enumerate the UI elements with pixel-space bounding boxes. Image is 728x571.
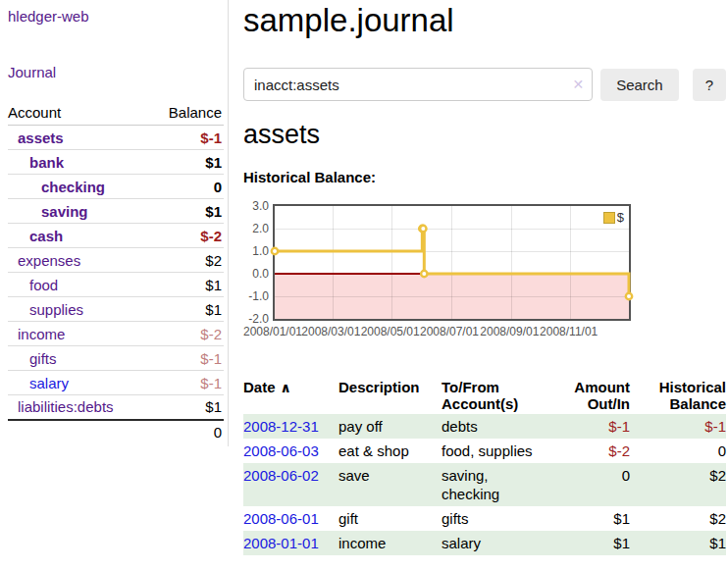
x-tick-label: 2008/03/01 — [301, 325, 360, 338]
chart-x-axis: 2008/01/012008/03/012008/05/012008/07/01… — [273, 325, 631, 342]
y-tick-label: -1.0 — [248, 289, 269, 303]
search-button[interactable]: Search — [600, 69, 679, 101]
transaction-accounts: salary — [442, 531, 551, 555]
main-content: sample.journal ✕ Search ? assets Histori… — [243, 0, 726, 555]
accounts-total-value: 0 — [149, 420, 224, 444]
transaction-description: eat & shop — [338, 439, 442, 463]
y-tick-label: 3.0 — [252, 199, 269, 213]
account-row: cash $-2 — [8, 224, 224, 248]
chart-canvas — [275, 206, 629, 319]
account-row: assets $-1 — [8, 126, 224, 150]
transaction-amount: 0 — [551, 463, 630, 506]
balance-chart: 3.02.01.00.0-1.0-2.0 $ 2008/01/012008/03… — [243, 199, 726, 358]
legend-swatch-icon — [603, 212, 615, 224]
help-button[interactable]: ? — [693, 69, 726, 101]
account-link[interactable]: income — [8, 326, 65, 342]
transaction-date-link[interactable]: 2008-06-03 — [243, 442, 319, 459]
transaction-accounts: saving, checking — [442, 463, 551, 506]
transaction-accounts: gifts — [442, 506, 551, 531]
journal-link[interactable]: Journal — [8, 64, 224, 80]
register-header-amount: Amount Out/In — [551, 377, 630, 414]
chart-plot: $ — [273, 204, 631, 321]
account-balance: $-1 — [149, 346, 224, 371]
account-balance: $-1 — [149, 126, 224, 150]
x-tick-label: 2008/05/01 — [361, 325, 420, 338]
transaction-balance: $2 — [630, 463, 726, 506]
account-row: income $-2 — [8, 322, 224, 346]
account-link[interactable]: saving — [8, 203, 88, 220]
table-row: 2008-01-01 income salary $1 $1 — [243, 531, 726, 555]
transaction-description: pay off — [338, 414, 442, 439]
register-header-balance: Historical Balance — [630, 377, 726, 414]
transaction-date-link[interactable]: 2008-06-02 — [243, 467, 319, 484]
transaction-date-link[interactable]: 2008-12-31 — [243, 418, 319, 435]
account-balance: $-2 — [149, 224, 224, 248]
account-row: checking 0 — [8, 175, 224, 199]
transaction-balance: $2 — [630, 506, 726, 531]
account-link[interactable]: liabilities:debts — [8, 398, 114, 415]
brand-link[interactable]: hledger-web — [8, 8, 224, 25]
clear-search-icon[interactable]: ✕ — [572, 76, 584, 93]
account-balance: $1 — [149, 199, 224, 224]
transaction-amount: $1 — [551, 506, 630, 531]
accounts-table: Account Balance assets $-1 bank $1 check… — [8, 100, 224, 444]
sidebar: hledger-web Journal Account Balance asse… — [0, 0, 229, 446]
account-link[interactable]: salary — [8, 375, 69, 391]
transaction-amount: $1 — [551, 531, 630, 555]
account-balance: $1 — [149, 273, 224, 297]
register-table-body: 2008-12-31 pay off debts $-1 $-1 2008-06… — [243, 414, 726, 555]
transaction-balance: $-1 — [630, 414, 726, 439]
accounts-header-account: Account — [8, 100, 149, 126]
accounts-table-body: assets $-1 bank $1 checking 0 saving $1 … — [8, 126, 224, 420]
y-tick-label: 2.0 — [252, 222, 269, 235]
transaction-description: save — [338, 463, 442, 506]
chart-legend: $ — [601, 209, 626, 226]
account-balance: 0 — [149, 175, 224, 199]
account-row: liabilities:debts $1 — [8, 395, 224, 420]
account-row: food $1 — [8, 273, 224, 297]
x-tick-label: 2008/09/01 — [480, 325, 539, 338]
x-tick-label: 2008/01/01 — [243, 325, 302, 338]
account-link[interactable]: gifts — [8, 350, 57, 367]
account-link[interactable]: assets — [8, 130, 64, 146]
account-row: saving $1 — [8, 199, 224, 224]
accounts-total-spacer — [8, 420, 149, 444]
account-balance: $1 — [149, 297, 224, 322]
accounts-header-balance: Balance — [149, 100, 224, 126]
page-title: sample.journal — [243, 2, 726, 39]
accounts-header-row: Account Balance — [8, 100, 224, 126]
account-link[interactable]: food — [8, 277, 58, 293]
table-row: 2008-06-03 eat & shop food, supplies $-2… — [243, 439, 726, 463]
x-tick-label: 2008/11/01 — [540, 325, 598, 338]
account-balance: $-1 — [149, 371, 224, 395]
register-header-date[interactable]: Date∧ — [243, 377, 338, 414]
account-row: gifts $-1 — [8, 346, 224, 371]
account-link[interactable]: checking — [8, 179, 105, 195]
account-link[interactable]: expenses — [8, 252, 80, 269]
account-balance: $1 — [149, 395, 224, 420]
y-tick-label: 1.0 — [252, 244, 269, 258]
account-link[interactable]: cash — [8, 228, 63, 244]
transaction-date-link[interactable]: 2008-06-01 — [243, 510, 319, 527]
table-row: 2008-06-02 save saving, checking 0 $2 — [243, 463, 726, 506]
transaction-description: gift — [338, 506, 442, 531]
transaction-balance: 0 — [630, 439, 726, 463]
transaction-balance: $1 — [630, 531, 726, 555]
account-link[interactable]: bank — [8, 154, 64, 171]
table-row: 2008-12-31 pay off debts $-1 $-1 — [243, 414, 726, 439]
register-header-accounts: To/From Account(s) — [442, 377, 551, 414]
accounts-total-row: 0 — [8, 420, 224, 444]
account-link[interactable]: supplies — [8, 301, 83, 318]
register-header-row: Date∧ Description To/From Account(s) Amo… — [243, 377, 726, 414]
transaction-amount: $-1 — [551, 414, 630, 439]
register-table: Date∧ Description To/From Account(s) Amo… — [243, 377, 726, 555]
search-input[interactable] — [243, 68, 593, 101]
account-row: expenses $2 — [8, 248, 224, 273]
transaction-date-link[interactable]: 2008-01-01 — [243, 535, 319, 551]
account-heading: assets — [243, 120, 726, 150]
transaction-description: income — [338, 531, 442, 555]
x-tick-label: 2008/07/01 — [420, 325, 479, 338]
table-row: 2008-06-01 gift gifts $1 $2 — [243, 506, 726, 531]
account-row: bank $1 — [8, 150, 224, 175]
legend-label: $ — [617, 210, 624, 225]
